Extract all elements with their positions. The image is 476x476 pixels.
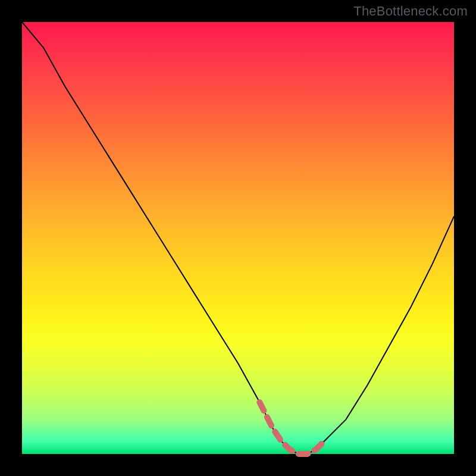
curve-layer bbox=[22, 22, 454, 454]
watermark-text: TheBottleneck.com bbox=[353, 4, 468, 19]
bottleneck-curve bbox=[22, 22, 454, 454]
chart-frame: TheBottleneck.com bbox=[0, 0, 476, 476]
zero-band-marker bbox=[259, 402, 324, 454]
plot-area bbox=[22, 22, 454, 454]
